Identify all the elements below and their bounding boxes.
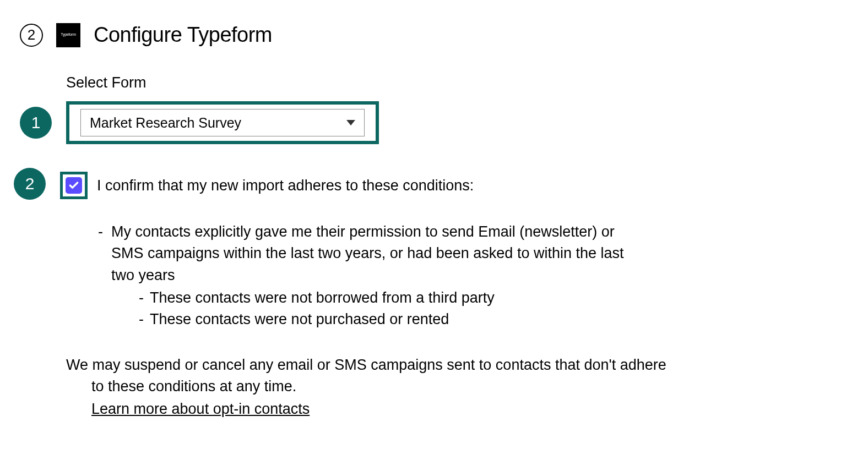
step-number-text: 2 [28, 25, 35, 46]
conditions-block: - My contacts explicitly gave me their p… [66, 221, 848, 330]
select-form-highlight: Market Research Survey [66, 101, 379, 144]
footer-block: We may suspend or cancel any email or SM… [66, 354, 848, 420]
footer-line1: We may suspend or cancel any email or SM… [66, 354, 848, 376]
check-icon [68, 180, 79, 191]
learn-more-link[interactable]: Learn more about opt-in contacts [91, 398, 310, 420]
confirm-checkbox[interactable] [66, 177, 82, 194]
typeform-logo-icon: Typeform [56, 23, 80, 47]
select-form-dropdown[interactable]: Market Research Survey [80, 109, 365, 136]
step-number-badge: 2 [20, 24, 43, 47]
condition-sub2: These contacts were not purchased or ren… [150, 309, 449, 330]
condition-main-line2: SMS campaigns within the last two years,… [111, 243, 624, 264]
footer-line2: to these conditions at any time. [91, 376, 848, 397]
callout-badge-1: 1 [20, 107, 52, 139]
callout-badge-2: 2 [14, 168, 46, 200]
select-form-value: Market Research Survey [90, 113, 241, 133]
select-form-label: Select Form [66, 72, 848, 94]
chevron-down-icon [346, 120, 355, 125]
confirm-checkbox-highlight [60, 172, 88, 199]
condition-main-line1: My contacts explicitly gave me their per… [111, 221, 624, 243]
confirm-text: I confirm that my new import adheres to … [97, 172, 474, 196]
step-header: 2 Typeform Configure Typeform [20, 20, 848, 50]
condition-main-line3: two years [111, 265, 624, 286]
condition-sub1: These contacts were not borrowed from a … [150, 287, 495, 309]
page-title: Configure Typeform [94, 20, 272, 50]
